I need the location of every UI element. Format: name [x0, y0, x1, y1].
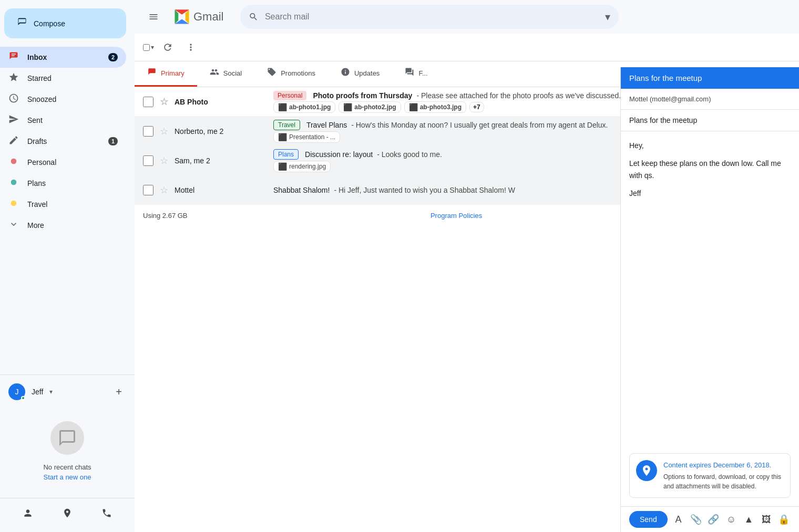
- attachment-chip: ⬛ ab-photo2.jpg: [339, 101, 401, 113]
- inbox-icon: [8, 51, 19, 64]
- emoji-button[interactable]: ☺: [724, 511, 737, 528]
- attachment-name: ab-photo1.jpg: [289, 103, 331, 111]
- email-tag: Personal: [273, 91, 306, 100]
- preview-greeting: Hey,: [629, 140, 791, 151]
- star-button[interactable]: ☆: [158, 125, 170, 138]
- email-checkbox[interactable]: [143, 126, 153, 137]
- search-bar[interactable]: ▾: [240, 5, 619, 29]
- sidebar-item-more[interactable]: More: [0, 215, 126, 236]
- tab-promotions-label: Promotions: [281, 69, 315, 77]
- star-button[interactable]: ☆: [158, 154, 170, 167]
- attachment-icon: ⬛: [278, 103, 287, 111]
- attachment-icon: ⬛: [409, 103, 418, 111]
- app-container: Compose Inbox 2 Starred Snoo: [0, 0, 799, 532]
- refresh-button[interactable]: [158, 38, 177, 57]
- confidential-button[interactable]: 🔒: [777, 511, 791, 528]
- email-preview: - Looks good to me.: [377, 150, 442, 159]
- social-tab-icon: [210, 67, 219, 79]
- attachment-chip: ⬛ Presentation - ...: [273, 131, 340, 143]
- starred-label: Starred: [27, 74, 118, 82]
- search-input[interactable]: [265, 12, 599, 22]
- attachment-chip: ⬛ ab-photo3.jpg: [404, 101, 466, 113]
- insert-photo-button[interactable]: 🖼: [760, 511, 773, 528]
- select-all-checkbox[interactable]: ▾: [143, 44, 154, 51]
- star-button[interactable]: ☆: [158, 96, 170, 108]
- email-checkbox[interactable]: [143, 155, 153, 166]
- tab-updates[interactable]: Updates: [328, 61, 392, 87]
- sidebar-icons-row: [0, 498, 135, 528]
- email-sender: AB Photo: [175, 98, 269, 106]
- search-icon: [249, 12, 258, 22]
- sidebar-item-plans[interactable]: Plans: [0, 173, 126, 194]
- sidebar-item-travel[interactable]: Travel: [0, 194, 126, 215]
- compose-plus-icon: [17, 17, 27, 30]
- avatar: J: [8, 383, 25, 400]
- plans-label: Plans: [27, 179, 118, 187]
- more-options-button[interactable]: [181, 38, 200, 57]
- tab-social-label: Social: [223, 69, 242, 77]
- attachment-chip: ⬛ rendering.jpg: [273, 161, 331, 172]
- email-preview: - Hi Jeff, Just wanted to wish you a Sha…: [334, 186, 515, 194]
- format-text-button[interactable]: A: [672, 511, 685, 528]
- email-tag: Travel: [273, 120, 300, 130]
- no-chats-text: No recent chats: [43, 463, 91, 471]
- user-row[interactable]: J Jeff ▾ +: [0, 379, 135, 404]
- attachment-name: ab-photo2.jpg: [354, 103, 396, 111]
- sidebar-item-personal[interactable]: Personal: [0, 152, 126, 173]
- content-area: ▾ Primary: [135, 34, 799, 532]
- hamburger-menu[interactable]: [143, 6, 164, 27]
- preview-panel: Plans for the meetup Mottel (mottel@gmai…: [620, 67, 799, 532]
- updates-tab-icon: [341, 67, 350, 79]
- sidebar-item-sent[interactable]: Sent: [0, 110, 126, 131]
- email-subject: Discussion re: layout: [305, 150, 373, 159]
- send-button[interactable]: Send: [629, 511, 668, 528]
- expiry-box: Content expires December 6, 2018. Option…: [629, 453, 791, 498]
- star-button[interactable]: ☆: [158, 184, 170, 196]
- email-preview: - How's this Monday at noon? I usually g…: [351, 121, 608, 129]
- attachment-name: Presentation - ...: [289, 133, 335, 141]
- sidebar-item-inbox[interactable]: Inbox 2: [0, 47, 126, 68]
- select-all-input[interactable]: [143, 44, 150, 51]
- add-chat-button[interactable]: +: [111, 384, 126, 399]
- sidebar-item-starred[interactable]: Starred: [0, 68, 126, 89]
- preview-subject: Plans for the meetup: [621, 110, 799, 131]
- attachment-chip: ⬛ ab-photo1.jpg: [273, 101, 335, 113]
- compose-label: Compose: [34, 19, 65, 28]
- forums-tab-icon: [405, 67, 414, 79]
- tab-promotions[interactable]: Promotions: [254, 61, 328, 87]
- sidebar-bottom: J Jeff ▾ + No recent chats Start a new o…: [0, 374, 135, 532]
- search-dropdown-icon[interactable]: ▾: [605, 11, 610, 23]
- email-checkbox[interactable]: [143, 97, 153, 107]
- expiry-icon: [636, 460, 657, 481]
- promotions-tab-icon: [267, 67, 276, 79]
- attachment-icon: ⬛: [278, 162, 287, 171]
- tab-forums-label: F...: [418, 69, 427, 77]
- no-chats-section: No recent chats Start a new one: [0, 404, 135, 498]
- tab-primary[interactable]: Primary: [135, 61, 197, 87]
- email-tag: Plans: [273, 149, 299, 160]
- contacts-button[interactable]: [17, 503, 38, 524]
- plans-icon: [8, 178, 19, 189]
- select-dropdown-icon[interactable]: ▾: [151, 44, 154, 51]
- tab-forums[interactable]: F...: [392, 61, 440, 87]
- gmail-logo: Gmail: [172, 7, 223, 26]
- snoozed-label: Snoozed: [27, 95, 118, 103]
- footer-links: Program Policies: [431, 212, 482, 220]
- drive-button[interactable]: ▲: [742, 511, 755, 528]
- sidebar-item-drafts[interactable]: Drafts 1: [0, 131, 126, 152]
- more-chevron-icon: [8, 219, 19, 232]
- email-checkbox[interactable]: [143, 185, 153, 195]
- sent-label: Sent: [27, 116, 118, 124]
- tab-social[interactable]: Social: [197, 61, 254, 87]
- sidebar-item-snoozed[interactable]: Snoozed: [0, 89, 126, 110]
- program-policies-link[interactable]: Program Policies: [431, 212, 482, 220]
- primary-tab-icon: [147, 67, 157, 79]
- expiry-title: Content expires December 6, 2018.: [663, 460, 784, 471]
- location-button[interactable]: [57, 503, 78, 524]
- phone-button[interactable]: [96, 503, 117, 524]
- insert-link-button[interactable]: 🔗: [707, 511, 720, 528]
- preview-header: Plans for the meetup: [621, 67, 799, 89]
- start-new-chat-link[interactable]: Start a new one: [43, 473, 91, 481]
- attach-file-button[interactable]: 📎: [689, 511, 702, 528]
- compose-button[interactable]: Compose: [4, 8, 126, 38]
